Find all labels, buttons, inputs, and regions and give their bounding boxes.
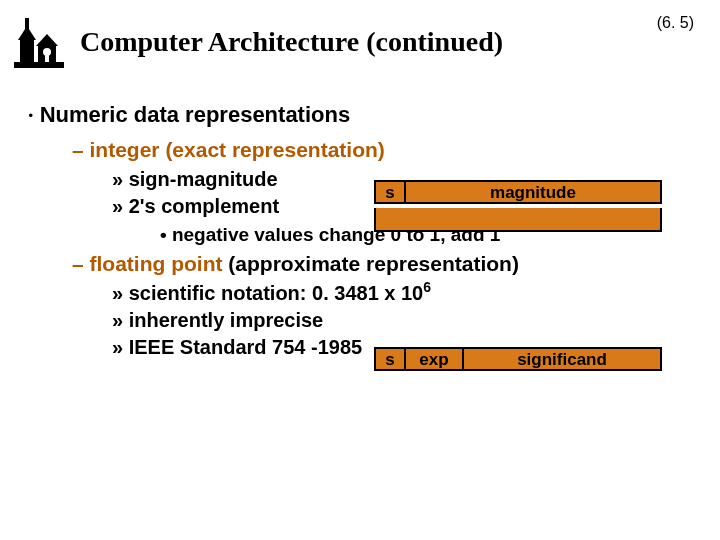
bullet-l4-icon: • xyxy=(160,224,167,245)
subhead-floating-post: (approximate representation) xyxy=(223,252,519,275)
subhead-floating-pre: floating point xyxy=(90,252,223,275)
diagram-integer-row2 xyxy=(374,208,662,232)
svg-marker-5 xyxy=(36,34,58,46)
item-ieee-text: IEEE Standard 754 -1985 xyxy=(129,336,362,358)
item-sign-magnitude-text: sign-magnitude xyxy=(129,168,278,190)
item-scientific: » scientific notation: 0. 3481 x 106 xyxy=(112,280,700,307)
subhead-integer-text: integer (exact representation) xyxy=(90,138,385,161)
chevron-icon: » xyxy=(112,168,123,190)
diagram-int-row2-cell xyxy=(376,208,660,230)
item-scientific-text: scientific notation: 0. 3481 x 10 xyxy=(129,282,424,304)
slide-title: Computer Architecture (continued) xyxy=(80,26,503,58)
diagram-integer: s magnitude xyxy=(374,180,662,204)
dash-icon: – xyxy=(72,138,84,161)
item-imprecise: » inherently imprecise xyxy=(112,307,700,334)
svg-rect-7 xyxy=(45,52,49,62)
chevron-icon: » xyxy=(112,195,123,217)
diagram-fp-exp: exp xyxy=(406,349,464,369)
chevron-icon: » xyxy=(112,309,123,331)
building-logo-icon xyxy=(14,12,64,68)
svg-rect-1 xyxy=(20,40,34,64)
dash-icon: – xyxy=(72,252,84,275)
diagram-int-magnitude: magnitude xyxy=(406,182,660,202)
item-imprecise-text: inherently imprecise xyxy=(129,309,324,331)
item-scientific-exp: 6 xyxy=(423,279,431,295)
diagram-fp-sign: s xyxy=(376,349,406,369)
diagram-float: s exp significand xyxy=(374,347,662,371)
subhead-floating: – floating point (approximate representa… xyxy=(72,250,700,278)
svg-rect-3 xyxy=(25,18,29,30)
diagram-int-sign: s xyxy=(376,182,406,202)
chevron-icon: » xyxy=(112,282,123,304)
bullet-l1-icon: · xyxy=(28,102,34,127)
diagram-fp-significand: significand xyxy=(464,349,660,369)
heading-numeric: · Numeric data representations xyxy=(28,100,700,130)
chevron-icon: » xyxy=(112,336,123,358)
item-twos-complement-text: 2's complement xyxy=(129,195,279,217)
subhead-integer: – integer (exact representation) xyxy=(72,136,700,164)
page-number: (6. 5) xyxy=(657,14,694,32)
heading-numeric-text: Numeric data representations xyxy=(40,102,351,127)
